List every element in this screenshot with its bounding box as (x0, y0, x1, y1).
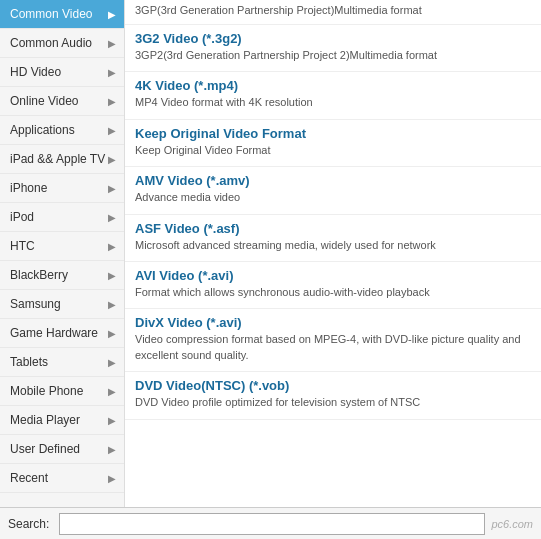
sidebar-item-label: Mobile Phone (10, 384, 83, 398)
sidebar-item-user-defined[interactable]: User Defined▶ (0, 435, 124, 464)
sidebar-item-label: Samsung (10, 297, 61, 311)
format-title: DivX Video (*.avi) (135, 315, 531, 330)
format-item[interactable]: ASF Video (*.asf)Microsoft advanced stre… (125, 215, 541, 262)
chevron-right-icon: ▶ (108, 154, 116, 165)
chevron-right-icon: ▶ (108, 38, 116, 49)
sidebar-item-label: BlackBerry (10, 268, 68, 282)
chevron-right-icon: ▶ (108, 328, 116, 339)
chevron-right-icon: ▶ (108, 9, 116, 20)
format-title: 4K Video (*.mp4) (135, 78, 531, 93)
chevron-right-icon: ▶ (108, 386, 116, 397)
format-first-desc: 3GP(3rd Generation Partnership Project)M… (125, 0, 541, 25)
sidebar-item-applications[interactable]: Applications▶ (0, 116, 124, 145)
chevron-right-icon: ▶ (108, 183, 116, 194)
search-input[interactable] (59, 513, 485, 535)
chevron-right-icon: ▶ (108, 357, 116, 368)
format-item[interactable]: 3G2 Video (*.3g2)3GP2(3rd Generation Par… (125, 25, 541, 72)
chevron-right-icon: ▶ (108, 415, 116, 426)
sidebar-item-hd-video[interactable]: HD Video▶ (0, 58, 124, 87)
chevron-right-icon: ▶ (108, 444, 116, 455)
sidebar-item-mobile-phone[interactable]: Mobile Phone▶ (0, 377, 124, 406)
format-title: Keep Original Video Format (135, 126, 531, 141)
sidebar-item-label: HTC (10, 239, 35, 253)
format-item[interactable]: DivX Video (*.avi)Video compression form… (125, 309, 541, 372)
sidebar-item-label: Applications (10, 123, 75, 137)
format-title: 3G2 Video (*.3g2) (135, 31, 531, 46)
sidebar-item-label: iPhone (10, 181, 47, 195)
search-bar: Search: pc6.com (0, 507, 541, 539)
format-desc: 3GP2(3rd Generation Partnership Project … (135, 48, 531, 63)
format-title: AMV Video (*.amv) (135, 173, 531, 188)
sidebar-item-media-player[interactable]: Media Player▶ (0, 406, 124, 435)
sidebar: Common Video▶Common Audio▶HD Video▶Onlin… (0, 0, 125, 507)
watermark: pc6.com (491, 518, 533, 530)
sidebar-item-htc[interactable]: HTC▶ (0, 232, 124, 261)
format-item[interactable]: AMV Video (*.amv)Advance media video (125, 167, 541, 214)
chevron-right-icon: ▶ (108, 241, 116, 252)
sidebar-item-label: HD Video (10, 65, 61, 79)
format-title: ASF Video (*.asf) (135, 221, 531, 236)
sidebar-item-online-video[interactable]: Online Video▶ (0, 87, 124, 116)
sidebar-item-tablets[interactable]: Tablets▶ (0, 348, 124, 377)
format-item[interactable]: AVI Video (*.avi)Format which allows syn… (125, 262, 541, 309)
chevron-right-icon: ▶ (108, 212, 116, 223)
sidebar-item-label: User Defined (10, 442, 80, 456)
chevron-right-icon: ▶ (108, 299, 116, 310)
chevron-right-icon: ▶ (108, 96, 116, 107)
sidebar-item-label: Tablets (10, 355, 48, 369)
format-item[interactable]: 4K Video (*.mp4)MP4 Video format with 4K… (125, 72, 541, 119)
sidebar-item-label: iPod (10, 210, 34, 224)
sidebar-item-label: Recent (10, 471, 48, 485)
format-title: AVI Video (*.avi) (135, 268, 531, 283)
sidebar-item-label: Media Player (10, 413, 80, 427)
sidebar-item-iphone[interactable]: iPhone▶ (0, 174, 124, 203)
sidebar-item-recent[interactable]: Recent▶ (0, 464, 124, 493)
chevron-right-icon: ▶ (108, 473, 116, 484)
sidebar-item-blackberry[interactable]: BlackBerry▶ (0, 261, 124, 290)
format-desc: MP4 Video format with 4K resolution (135, 95, 531, 110)
sidebar-item-label: Online Video (10, 94, 79, 108)
format-desc: Keep Original Video Format (135, 143, 531, 158)
content-area: 3GP(3rd Generation Partnership Project)M… (125, 0, 541, 507)
sidebar-item-common-audio[interactable]: Common Audio▶ (0, 29, 124, 58)
sidebar-item-ipod[interactable]: iPod▶ (0, 203, 124, 232)
sidebar-item-label: Common Audio (10, 36, 92, 50)
format-desc: Format which allows synchronous audio-wi… (135, 285, 531, 300)
format-desc: Advance media video (135, 190, 531, 205)
sidebar-item-label: iPad && Apple TV (10, 152, 105, 166)
sidebar-item-ipad--apple-tv[interactable]: iPad && Apple TV▶ (0, 145, 124, 174)
chevron-right-icon: ▶ (108, 270, 116, 281)
search-label: Search: (8, 517, 53, 531)
format-desc: Video compression format based on MPEG-4… (135, 332, 531, 363)
format-desc: Microsoft advanced streaming media, wide… (135, 238, 531, 253)
sidebar-item-game-hardware[interactable]: Game Hardware▶ (0, 319, 124, 348)
main-container: Common Video▶Common Audio▶HD Video▶Onlin… (0, 0, 541, 507)
format-title: DVD Video(NTSC) (*.vob) (135, 378, 531, 393)
sidebar-item-label: Common Video (10, 7, 93, 21)
sidebar-item-samsung[interactable]: Samsung▶ (0, 290, 124, 319)
format-desc: DVD Video profile optimized for televisi… (135, 395, 531, 410)
sidebar-item-common-video[interactable]: Common Video▶ (0, 0, 124, 29)
format-item[interactable]: Keep Original Video FormatKeep Original … (125, 120, 541, 167)
chevron-right-icon: ▶ (108, 125, 116, 136)
sidebar-item-label: Game Hardware (10, 326, 98, 340)
chevron-right-icon: ▶ (108, 67, 116, 78)
format-item[interactable]: DVD Video(NTSC) (*.vob)DVD Video profile… (125, 372, 541, 419)
